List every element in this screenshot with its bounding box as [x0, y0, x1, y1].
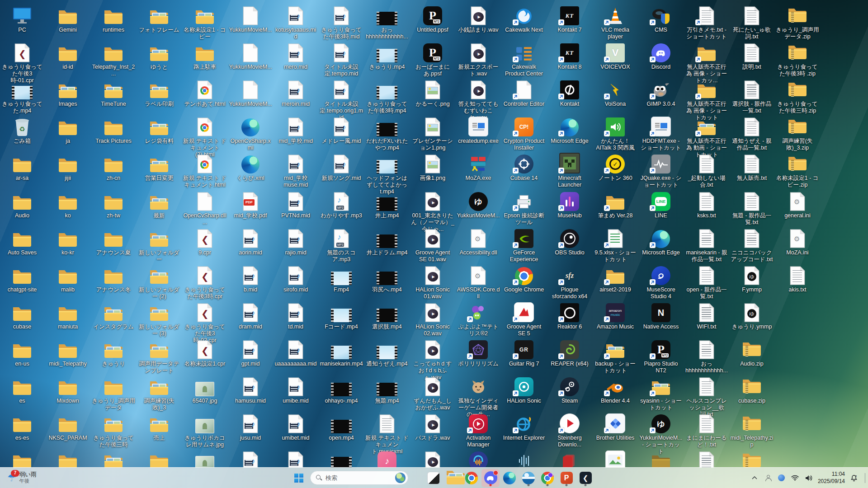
desktop-icon[interactable]: 最新 — [137, 190, 181, 219]
desktop-icon[interactable]: Kontakt — [548, 79, 591, 108]
desktop-icon[interactable]: MuseScore Studio 4 — [639, 264, 683, 300]
desktop-icon[interactable]: 無人販売不正行為 動画 - ショートカット — [685, 116, 728, 158]
desktop-icon[interactable]: ヘルスコンプレッション__歌詞.txt — [685, 375, 728, 418]
desktop-icon[interactable]: YukkuriMovieM... — [229, 5, 272, 33]
desktop-icon[interactable]: ❮きゅうり食ってた午後3時-02.cpr — [183, 301, 226, 343]
desktop-icon[interactable]: ❮きゅうり食ってた午後3時-01.cpr — [0, 42, 44, 84]
desktop-icon[interactable]: 65407.jpg — [183, 375, 226, 404]
desktop-icon[interactable]: 路上駐車 — [183, 42, 226, 70]
desktop-icon[interactable]: ▶小銭詰まり.wav — [457, 5, 500, 33]
desktop-icon[interactable]: backup - ショートカット — [594, 338, 637, 374]
desktop-icon[interactable]: 無人販売不正行為 画像 - ショートカッ... — [685, 42, 728, 84]
desktop-icon[interactable]: ♪MP3わかりやす.mp3 — [320, 190, 363, 219]
desktop-icon[interactable]: ⚙AWSSDK.Core.dll — [457, 264, 500, 300]
desktop-icon[interactable]: ♪ — [365, 450, 409, 468]
desktop-icon[interactable] — [685, 450, 728, 468]
desktop-icon[interactable]: アナウンス冬 — [92, 264, 135, 293]
desktop-icon[interactable]: es-es — [0, 413, 44, 441]
desktop-icon[interactable]: ⚙general.ini — [776, 190, 819, 219]
desktop-icon[interactable]: YukkuriMovieM... — [229, 79, 272, 108]
desktop-icon[interactable]: en-us — [0, 338, 44, 367]
taskbar-app-sphere-app[interactable] — [519, 469, 538, 487]
desktop-icon[interactable]: Telepathy_Inst_2... — [92, 42, 135, 77]
desktop-icon[interactable]: Groove Agent SE 5 — [502, 301, 546, 337]
desktop-icon[interactable]: ▶HALion Sonic 01.wav — [411, 264, 454, 300]
desktop-icon[interactable]: zh-tw — [92, 190, 135, 219]
desktop-icon[interactable]: 無人販売.txt — [730, 153, 774, 182]
desktop-icon[interactable]: まにまにわーるど！.txt — [685, 413, 728, 448]
desktop-icon[interactable]: ゆうと — [137, 42, 181, 70]
desktop-icon[interactable]: REAPER (x64) — [548, 338, 591, 367]
desktop-icon[interactable] — [548, 450, 591, 468]
desktop-icon[interactable]: Epson 接続診断ツール — [502, 190, 546, 226]
desktop-icon[interactable]: Audio.zip — [730, 338, 774, 367]
desktop-icon[interactable]: 売上 — [137, 413, 181, 441]
desktop-icon[interactable]: きゅうり_調声用データ — [92, 375, 135, 411]
desktop-icon[interactable]: 調声用データテンプレート — [137, 338, 181, 374]
desktop-icon[interactable]: 新しいフォルダー — [137, 227, 181, 263]
desktop-icon[interactable]: ゆYukkuriMovieM... - ショートカット — [639, 413, 683, 455]
desktop-icon[interactable]: ♪umibe.mid — [274, 375, 317, 404]
desktop-icon[interactable]: ニコニコバックアップコード.txt — [730, 227, 774, 263]
desktop-icon[interactable]: ♪hamusu.mid — [229, 375, 272, 404]
desktop-icon[interactable]: sfzPlogue sforzando x64 — [548, 264, 591, 300]
desktop-icon[interactable]: PNT2おーばーまにあ.ppsf — [411, 42, 454, 77]
desktop-icon[interactable]: ぷよぷよ™テトリス®2 — [457, 301, 500, 337]
desktop-icon[interactable]: ♪メドレー風.mid — [320, 116, 363, 145]
desktop-icon[interactable]: ♪td.mid — [274, 301, 317, 330]
desktop-icon[interactable]: KTKontakt 8 — [548, 42, 591, 70]
taskbar-app-cubase[interactable]: ❮ — [576, 469, 594, 487]
desktop-icon[interactable]: かるーく.png — [411, 79, 454, 108]
start-button[interactable] — [292, 471, 306, 485]
desktop-icon[interactable]: 選択肢 - 親作品一覧.txt — [730, 79, 774, 114]
desktop-icon[interactable] — [730, 450, 774, 468]
desktop-icon[interactable]: ゆYukkuriMovieM... — [457, 190, 500, 219]
desktop-icon[interactable] — [502, 450, 546, 468]
desktop-icon[interactable]: OBS Studio — [548, 227, 591, 256]
desktop-icon[interactable]: GeForce Experience — [502, 227, 546, 263]
desktop-icon[interactable]: 選択肢.mp4 — [365, 301, 409, 330]
desktop-icon[interactable]: PC — [0, 5, 44, 33]
desktop-icon[interactable]: ♪umibet.mid — [274, 413, 317, 441]
desktop-icon[interactable]: ♪sirofo.mid — [274, 264, 317, 293]
desktop-icon[interactable]: YukkuriMovieM... — [229, 42, 272, 70]
desktop-icon[interactable]: 井上ドラム.mp4 — [365, 227, 409, 256]
desktop-icon[interactable]: 新しいフォルダー (3) — [137, 301, 181, 337]
desktop-icon[interactable]: 名称未設定1 - コピー — [183, 5, 226, 40]
taskbar-app-chrome[interactable] — [462, 469, 481, 487]
desktop-icon[interactable]: 無題 - 親作品一覧.txt — [730, 190, 774, 226]
desktop-icon[interactable]: PNT2Piapro Studio NT2 — [639, 338, 683, 374]
desktop-icon[interactable]: Minecraft Launcher — [548, 153, 591, 188]
desktop-icon[interactable]: ⚙MoZA.ini — [776, 227, 819, 256]
desktop-icon[interactable]: Microsoft Edge — [548, 116, 591, 145]
tray-overflow-chevron-icon[interactable] — [750, 472, 759, 484]
desktop-icon[interactable]: open.mp4 — [320, 413, 363, 441]
desktop-icon[interactable]: きゅうり食ってた午後三時 — [92, 413, 135, 448]
taskbar-app-edge[interactable] — [500, 469, 519, 487]
desktop-icon[interactable]: 調声練習(失敗)_3 — [137, 375, 181, 411]
desktop-icon[interactable]: Cakewalk Next — [502, 5, 546, 33]
desktop-icon[interactable]: ja — [46, 116, 90, 145]
taskbar-app-taskview[interactable] — [425, 469, 443, 487]
desktop-icon[interactable]: きゅうり食ってた午後3時 .zip — [776, 42, 819, 77]
desktop-icon[interactable]: Internet Explorer — [502, 413, 546, 441]
desktop-icon[interactable]: ♪jusu.mid — [229, 413, 272, 441]
desktop-icon[interactable]: Steam — [548, 375, 591, 404]
desktop-icon[interactable]: chatgpt-site — [0, 264, 44, 293]
desktop-icon[interactable]: airset2-2019 — [594, 264, 637, 293]
desktop-icon[interactable]: PDFmid_学校.pdf — [229, 190, 272, 219]
desktop-icon[interactable]: ラベル印刷 — [137, 79, 181, 108]
accessibility-person-icon[interactable] — [764, 472, 773, 484]
desktop-icon[interactable]: ♪aorin.mid — [229, 227, 272, 256]
desktop-icon[interactable]: プレゼンテーション1.png — [411, 116, 454, 151]
desktop-icon[interactable]: Blender 4.4 — [594, 375, 637, 404]
desktop-icon[interactable]: ksks.txt — [685, 190, 728, 219]
desktop-icon[interactable]: ▶こってゅh d すお f d s bふぁ.wav — [411, 338, 454, 380]
desktop-icon[interactable]: ♪dram.mid — [229, 301, 272, 330]
desktop-icon[interactable]: midi_Telepathy.zip — [730, 413, 774, 448]
desktop-icon[interactable]: 営業日変更 — [137, 153, 181, 182]
desktop-icon[interactable]: Images — [46, 79, 90, 108]
desktop-icon[interactable]: ▶答え知っててもむずいわこれ.wav — [457, 79, 500, 121]
desktop-icon[interactable]: Cakewalk Product Center — [502, 42, 546, 77]
desktop-icon[interactable]: amazonmusicAmazon Music — [594, 301, 637, 330]
